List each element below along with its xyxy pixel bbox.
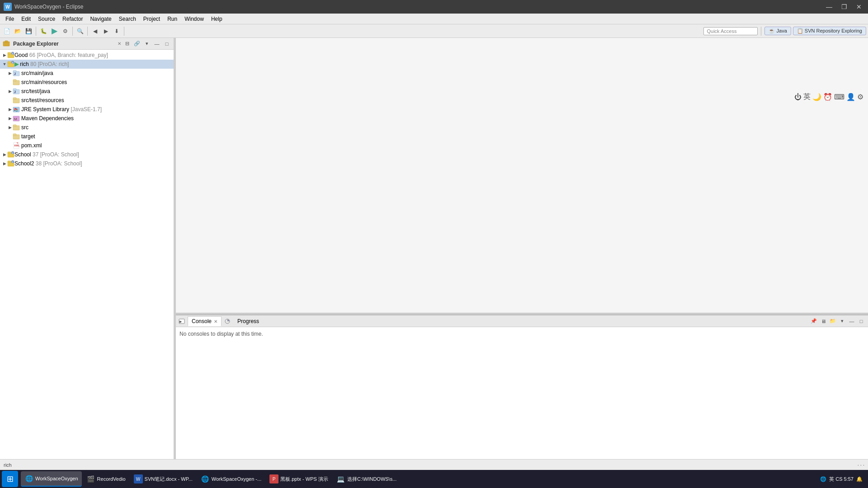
title-bar: W WorkSpaceOxygen - Eclipse — ❐ ✕	[0, 0, 868, 14]
history-button[interactable]: ⬇	[112, 26, 122, 36]
jre-arrow[interactable]: ▶	[7, 107, 13, 112]
quick-access-input[interactable]: Quick Access	[703, 27, 758, 35]
minimize-button[interactable]: —	[823, 2, 835, 11]
tree-src-test-java[interactable]: ▶ J src/test/java	[0, 87, 174, 96]
school2-arrow[interactable]: ▶	[2, 161, 7, 166]
taskbar-svn-icon: W	[134, 474, 143, 483]
moon-icon[interactable]: 🌙	[812, 93, 821, 101]
maximize-panel-button[interactable]: □	[163, 40, 171, 48]
forward-button[interactable]: ▶	[101, 26, 111, 36]
rich-arrow[interactable]: ▼	[2, 62, 7, 66]
view-menu-button[interactable]: ▾	[143, 40, 151, 48]
settings-icon[interactable]: ⚙	[857, 93, 863, 101]
external-tools-button[interactable]: ⚙	[60, 26, 70, 36]
tree-maven[interactable]: ▶ M Maven Dependencies	[0, 114, 174, 123]
new-button[interactable]: 📄	[2, 26, 12, 36]
back-button[interactable]: ◀	[90, 26, 100, 36]
good-arrow[interactable]: ▶	[2, 53, 7, 57]
console-minimize-button[interactable]: —	[848, 317, 856, 325]
toolbar-sep-1	[36, 27, 36, 36]
save-button[interactable]: 💾	[24, 26, 33, 36]
menu-item-navigate[interactable]: Navigate	[86, 15, 115, 23]
no-console-message: No consoles to display at this time.	[179, 331, 263, 337]
taskbar-svn[interactable]: W SVN笔记.docx - WP...	[130, 471, 196, 487]
search-button[interactable]: 🔍	[75, 26, 85, 36]
taskbar-notification[interactable]: 🔔	[856, 476, 863, 482]
svg-rect-7	[8, 61, 11, 63]
console-maximize-button[interactable]: □	[857, 317, 865, 325]
taskbar-hei[interactable]: P 黑板.pptx - WPS 演示	[266, 471, 332, 487]
progress-tab[interactable]: Progress	[233, 316, 263, 326]
taskbar-select[interactable]: 💻 选择C:\WINDOWS\s...	[333, 471, 400, 487]
console-pin-button[interactable]: 📌	[810, 317, 818, 325]
taskbar-recordvedio[interactable]: 🎬 RecordVedio	[83, 471, 129, 487]
java-perspective-button[interactable]: ☕ Java	[764, 27, 791, 35]
svn-perspective-button[interactable]: 📋 SVN Repository Exploring	[793, 27, 866, 35]
menu-item-run[interactable]: Run	[164, 15, 181, 23]
window-title: WorkSpaceOxygen - Eclipse	[14, 4, 823, 10]
console-tab-close[interactable]: ✕	[214, 319, 217, 324]
close-button[interactable]: ✕	[854, 2, 864, 11]
src-arrow[interactable]: ▶	[7, 125, 13, 130]
src-test-java-icon: J	[13, 88, 20, 95]
tree-src-main-res[interactable]: ▶ src/main/resources	[0, 78, 174, 87]
start-button[interactable]: ⊞	[2, 471, 18, 487]
toolbar-sep-2	[72, 27, 73, 36]
keyboard-icon[interactable]: ⌨	[834, 93, 844, 101]
console-menu-button[interactable]: ▾	[838, 317, 846, 325]
menu-item-refactor[interactable]: Refactor	[59, 15, 86, 23]
console-display-button[interactable]: 🖥	[819, 317, 827, 325]
link-editor-button[interactable]: 🔗	[133, 40, 141, 48]
menu-item-file[interactable]: File	[2, 15, 18, 23]
tree-src-main-java[interactable]: ▶ J src/main/java	[0, 69, 174, 78]
taskbar-hei-icon: P	[269, 474, 278, 483]
taskbar-ws2-label: WorkSpaceOxygen -...	[212, 476, 261, 482]
project-school-label: School 37 [ProOA: School]	[14, 151, 79, 158]
tree-src-test-res[interactable]: ▶ src/test/resources	[0, 96, 174, 105]
console-folder-button[interactable]: 📁	[829, 317, 837, 325]
project-rich-label: ▶ rich 80 [ProOA: rich]	[14, 61, 69, 67]
taskbar-network-icon[interactable]: 🌐	[820, 476, 826, 482]
menu-item-window[interactable]: Window	[181, 15, 208, 23]
taskbar-workspace[interactable]: 🌐 WorkSpaceOxygen	[21, 471, 82, 487]
tree-src[interactable]: ▶ src	[0, 123, 174, 132]
console-controls: 📌 🖥 📁 ▾ — □	[810, 317, 865, 325]
run-button[interactable]: ▶	[49, 26, 59, 36]
src-icon	[13, 124, 20, 131]
src-label: src	[21, 124, 28, 131]
debug-button[interactable]: 🐛	[38, 26, 48, 36]
package-explorer-close[interactable]: ✕	[118, 41, 121, 46]
taskbar-ws2[interactable]: 🌐 WorkSpaceOxygen -...	[197, 471, 265, 487]
src-test-java-arrow[interactable]: ▶	[7, 89, 13, 94]
editor-main: ⏻ 英 🌙 ⏰ ⌨ 👤 ⚙	[176, 38, 868, 313]
collapse-all-button[interactable]: ⊟	[123, 40, 131, 48]
project-school2[interactable]: ▶ S School2 38 [ProOA: School]	[0, 159, 174, 168]
maven-arrow[interactable]: ▶	[7, 116, 13, 121]
svg-text:G: G	[12, 53, 13, 55]
tree-target[interactable]: ▶ target	[0, 132, 174, 141]
tree-pom[interactable]: ▶ XML pom.xml	[0, 141, 174, 150]
project-rich[interactable]: ▼ R ▶ rich 80 [ProOA: rich]	[0, 60, 174, 69]
user-icon[interactable]: 👤	[846, 93, 855, 101]
clock-icon[interactable]: ⏰	[823, 93, 832, 101]
svg-text:R: R	[12, 62, 13, 64]
package-tree: ▶ G Good 66 [ProOA, Branch: feature_pay]…	[0, 50, 174, 459]
lang-icon[interactable]: 英	[803, 92, 811, 102]
school-arrow[interactable]: ▶	[2, 152, 7, 157]
console-tab[interactable]: Console ✕	[188, 316, 222, 326]
menu-item-search[interactable]: Search	[115, 15, 140, 23]
minimize-panel-button[interactable]: —	[153, 40, 161, 48]
menu-item-project[interactable]: Project	[140, 15, 164, 23]
src-main-java-arrow[interactable]: ▶	[7, 71, 13, 75]
taskbar-ws2-icon: 🌐	[201, 474, 210, 483]
menu-item-edit[interactable]: Edit	[18, 15, 34, 23]
tree-jre[interactable]: ▶ 📚 JRE System Library [JavaSE-1.7]	[0, 105, 174, 114]
menu-item-help[interactable]: Help	[208, 15, 226, 23]
open-button[interactable]: 📂	[13, 26, 23, 36]
project-school[interactable]: ▶ S School 37 [ProOA: School]	[0, 150, 174, 159]
menu-item-source[interactable]: Source	[34, 15, 59, 23]
power-icon[interactable]: ⏻	[794, 93, 802, 101]
restore-button[interactable]: ❐	[839, 2, 850, 11]
status-dots: · · ·	[858, 462, 864, 468]
project-good[interactable]: ▶ G Good 66 [ProOA, Branch: feature_pay]	[0, 51, 174, 60]
